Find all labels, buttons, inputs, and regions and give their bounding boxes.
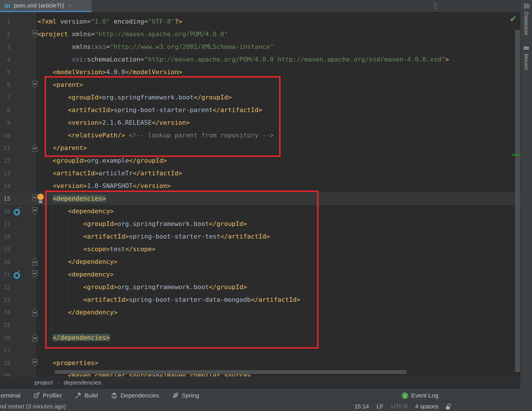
fold-collapse-icon[interactable]: [32, 195, 38, 202]
breadcrumb-project[interactable]: project: [35, 379, 53, 386]
line-number: 23: [0, 293, 10, 306]
status-message: nd restart (3 minutes ago): [0, 402, 66, 411]
toolbar-item-dependencies[interactable]: Dependencies: [110, 392, 159, 399]
code-editor[interactable]: 1<?xml version="1.0" encoding="UTF-8"?>2…: [0, 12, 532, 377]
tool-window-bar: erminalProfilerBuildDependenciesSpring 1…: [0, 389, 532, 402]
toolbar-item-label: Profiler: [43, 392, 62, 399]
fold-end-icon[interactable]: [32, 308, 38, 316]
breadcrumb-chevron-icon: ›: [57, 379, 59, 386]
line-number: 5: [0, 66, 10, 78]
line-number: 21: [0, 268, 10, 281]
annotation-box-parent: [45, 76, 281, 157]
fold-collapse-icon[interactable]: [32, 359, 38, 367]
active-tab-underline: [0, 11, 91, 12]
code-line: 4 xsi:schemaLocation="http://maven.apach…: [0, 53, 532, 66]
error-stripe-mark[interactable]: [512, 154, 520, 156]
line-number: 11: [0, 142, 10, 154]
code-line: 2<project xmlns="http://maven.apache.org…: [0, 28, 532, 41]
code-line: 28 <properties>: [0, 357, 532, 369]
override-navigate-up-icon[interactable]: ↑: [13, 270, 22, 279]
line-number: 29: [0, 369, 10, 377]
code-line: 1<?xml version="1.0" encoding="UTF-8"?>: [0, 15, 532, 28]
inspection-ok-icon[interactable]: ✔: [510, 14, 517, 24]
fold-end-icon[interactable]: [32, 144, 38, 152]
line-number: 19: [0, 243, 10, 256]
indent-setting[interactable]: 4 spaces: [415, 403, 438, 410]
tab-pom-xml[interactable]: m pom.xml (articleTr) ×: [0, 0, 91, 11]
vertical-scrollbar[interactable]: [515, 30, 520, 372]
code-text[interactable]: <?xml version="1.0" encoding="UTF-8"?>: [37, 15, 182, 28]
event-log-badge: 1: [402, 392, 408, 399]
line-number: 18: [0, 230, 10, 243]
lock-icon[interactable]: [446, 404, 451, 410]
line-number: 24: [0, 306, 10, 319]
code-text[interactable]: <project xmlns="http://maven.apache.org/…: [37, 28, 228, 41]
maven-m-icon: m: [5, 1, 10, 10]
line-number: 12: [0, 154, 10, 167]
line-number: 7: [0, 91, 10, 104]
ide-window: m pom.xml (articleTr) × ⋮ 1<?xml version…: [0, 0, 532, 411]
line-number: 27: [0, 344, 10, 357]
code-text[interactable]: <artifactId>articleTr</artifactId>: [37, 167, 182, 180]
event-log-label: Event Log: [411, 392, 438, 399]
database-icon: [523, 3, 530, 9]
spring-icon: [172, 392, 179, 399]
line-number: 3: [0, 41, 10, 53]
close-icon[interactable]: ×: [68, 2, 71, 9]
line-number: 9: [0, 116, 10, 129]
fold-end-icon[interactable]: [32, 258, 38, 266]
toolbar-item-profiler[interactable]: Profiler: [33, 392, 62, 399]
code-line: 3 xmlns:xsi="http://www.w3.org/2001/XMLS…: [0, 41, 532, 53]
build-icon: [75, 392, 82, 399]
toolbar-item-erminal[interactable]: erminal: [1, 392, 20, 399]
code-text[interactable]: <properties>: [37, 357, 98, 369]
line-number: 4: [0, 53, 10, 66]
line-number: 2: [0, 28, 10, 41]
horizontal-scrollbar[interactable]: [55, 370, 406, 374]
event-log-button[interactable]: 1 Event Log: [402, 389, 438, 402]
line-number: 14: [0, 180, 10, 192]
line-number: 13: [0, 167, 10, 180]
tool-stripe-database[interactable]: Database: [520, 0, 532, 35]
file-encoding[interactable]: UTF-8: [391, 403, 407, 410]
override-navigate-up-icon[interactable]: ↑: [13, 207, 22, 216]
code-text[interactable]: xmlns:xsi="http://www.w3.org/2001/XMLSch…: [37, 41, 274, 53]
fold-collapse-icon[interactable]: [32, 81, 38, 89]
line-number: 28: [0, 357, 10, 369]
caret-position[interactable]: 15:14: [354, 403, 369, 410]
fold-collapse-icon[interactable]: [32, 30, 38, 38]
breadcrumb: project › dependencies: [0, 377, 520, 389]
line-number: 15: [0, 192, 10, 205]
line-number: 10: [0, 129, 10, 142]
maven-m-icon: m: [524, 44, 529, 51]
tool-stripe-maven[interactable]: m Maven: [520, 35, 532, 70]
line-separator[interactable]: LF: [377, 403, 383, 410]
annotation-box-dependencies: [45, 191, 319, 349]
line-number: 26: [0, 331, 10, 344]
line-number: 20: [0, 256, 10, 268]
fold-end-icon[interactable]: [32, 334, 38, 341]
toolbar-item-spring[interactable]: Spring: [172, 392, 199, 399]
code-text[interactable]: xsi:schemaLocation="http://maven.apache.…: [37, 53, 449, 66]
toolbar-item-build[interactable]: Build: [75, 392, 98, 399]
breadcrumb-dependencies[interactable]: dependencies: [64, 379, 101, 386]
line-number: 25: [0, 319, 10, 331]
right-tool-stripe: Database m Maven: [520, 0, 532, 389]
status-bar: nd restart (3 minutes ago) 15:14 LF UTF-…: [0, 402, 532, 411]
fold-collapse-icon[interactable]: [32, 207, 38, 215]
toolbar-item-label: Build: [84, 392, 98, 399]
toolbar-item-label: erminal: [1, 392, 20, 399]
code-line: 13 <artifactId>articleTr</artifactId>: [0, 167, 532, 180]
more-vertical-icon[interactable]: ⋮: [431, 1, 440, 10]
line-number: 16: [0, 205, 10, 218]
dependencies-icon: [110, 392, 118, 399]
fold-collapse-icon[interactable]: [32, 270, 38, 278]
line-number: 8: [0, 104, 10, 116]
toolbar-item-label: Dependencies: [121, 392, 159, 399]
line-number: 22: [0, 281, 10, 293]
tab-title: pom.xml (articleTr): [14, 2, 64, 9]
editor-tab-bar: m pom.xml (articleTr) × ⋮: [0, 0, 532, 12]
line-number: 1: [0, 15, 10, 28]
profiler-icon: [33, 392, 40, 399]
line-number: 6: [0, 78, 10, 91]
